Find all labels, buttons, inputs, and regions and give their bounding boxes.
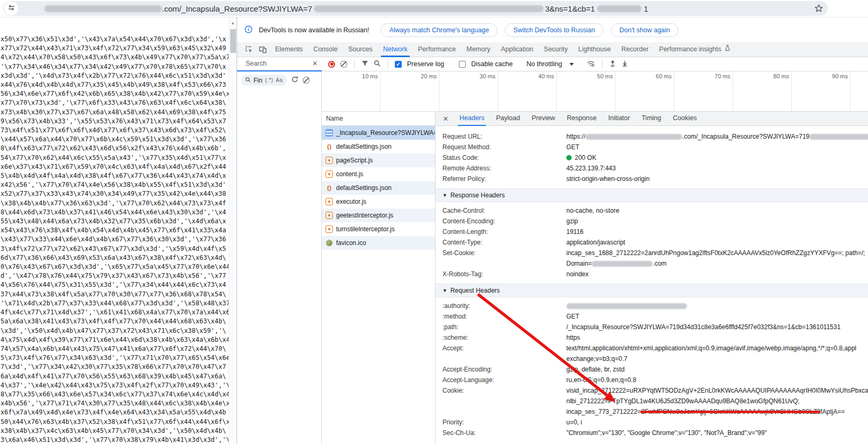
details-tab[interactable]: Payload	[490, 112, 526, 126]
table-row[interactable]: pageScript.js	[322, 153, 435, 167]
notification-button[interactable]: Don't show again	[611, 23, 679, 37]
table-row[interactable]: turnstileInterceptor.js	[322, 222, 435, 236]
code-line: \x43\x77\x33\x44\x6e\x4d\x4b\x67\x77\x36…	[1, 235, 229, 244]
tab-performance-insights[interactable]: Performance insights	[654, 42, 736, 57]
code-line: x73\x4b\x30\x77\x37\x67\x6a\x48\x58\x62\…	[1, 108, 229, 117]
devtools-tab[interactable]: Recorder	[616, 42, 654, 57]
table-row[interactable]: favicon.ico	[322, 236, 435, 250]
file-type-icon	[326, 225, 333, 233]
url-text-2: 3&ns=1&cb=1	[545, 4, 595, 13]
request-name: favicon.ico	[336, 239, 366, 247]
close-icon[interactable]: ✕	[440, 115, 451, 123]
code-line: x44\x76\x4d\x4b\x4d\x77\x35\x45\x4b\x49\…	[1, 80, 229, 89]
response-header-rows: Cache-Control:no-cache, no-store Content…	[436, 205, 868, 258]
details-tab[interactable]: Headers	[454, 112, 490, 126]
refresh-icon[interactable]	[291, 76, 299, 85]
name-column-header[interactable]: Name	[322, 112, 435, 126]
url-bar[interactable]: .com/_Incapsula_Resource?SWJIYLWA=7 3&ns…	[3, 1, 828, 16]
code-line: 54\x77\x70\x62\x44\x6c\x55\x5a\x43','\x7…	[1, 153, 229, 162]
preserve-log-checkbox[interactable]: ✓	[395, 61, 402, 68]
blurred-cb-segment	[597, 5, 641, 12]
scroll-up-icon[interactable]: ▲	[231, 21, 235, 25]
header-row: Cookie:visid_incap_2712222=uRXPYqtWT5ODz…	[436, 385, 868, 396]
clear-network-log-icon[interactable]	[340, 61, 347, 68]
table-row[interactable]: content.js	[322, 167, 435, 181]
devtools-tab[interactable]: Sources	[343, 42, 378, 57]
triangle-down-icon: ▼	[442, 284, 447, 297]
details-tab[interactable]: Timing	[636, 112, 667, 126]
clear-search-icon[interactable]	[303, 77, 310, 84]
disable-cache-checkbox[interactable]	[459, 61, 466, 68]
file-type-icon	[326, 198, 333, 205]
devtools-tab[interactable]: Network	[378, 42, 413, 57]
throttling-select[interactable]: No throttling	[527, 60, 562, 68]
code-line: 3\x6a\x46\x51\x3d\x3d','\x77\x70\x38\x79…	[1, 436, 229, 444]
set-cookie-domain-row: Domain=.com	[436, 258, 868, 269]
file-type-icon	[326, 129, 333, 137]
timeline-tick: 80 ms	[733, 71, 792, 111]
toolbar-controls: ✓ Preserve log Disable cache No throttli…	[322, 59, 628, 69]
code-line: x38\x4b\x37\x4c\x63\x4b\x45\x77\x70\x34\…	[1, 427, 229, 436]
search-input[interactable]: Fin (.*) Aa	[241, 75, 287, 86]
remote-address-row: Remote Address: 45.223.139.7:443	[436, 163, 868, 174]
export-har-icon[interactable]	[621, 60, 628, 68]
details-tab[interactable]: Initiator	[602, 112, 636, 126]
code-line: 8\x4f\x63\x77\x72\x62\x43\x6d\x56\x2f\x4…	[1, 144, 229, 153]
import-har-icon[interactable]	[609, 60, 616, 68]
timeline-ruler: 10 ms20 ms30 ms40 ms50 ms60 ms70 ms80 ms…	[322, 71, 868, 112]
x-robots-tag-row: X-Robots-Tag: noindex	[436, 269, 868, 279]
table-row[interactable]: geetestInterceptor.js	[322, 209, 435, 222]
status-green-dot	[566, 155, 572, 160]
details-tab[interactable]: Preview	[526, 112, 560, 126]
device-toolbar-icon[interactable]	[256, 43, 269, 57]
timeline-tick: 10 ms	[322, 71, 381, 111]
chevron-down-icon[interactable]	[569, 63, 574, 66]
site-settings-button[interactable]	[4, 2, 18, 15]
code-line: x6f\x7a\x49\x4d\x4e\x73\x4f\x4e\x64\x43\…	[1, 408, 229, 417]
search-drawer: Fin (.*) Aa	[237, 71, 322, 444]
devtools-tab[interactable]: Lighthouse	[573, 42, 616, 57]
devtools-tab[interactable]: Elements	[270, 42, 308, 57]
match-case-toggle[interactable]: Aa	[276, 77, 283, 83]
header-row: incap_ses_773_2712222=2FwhfPCNw3eJemYglj…	[436, 406, 868, 417]
response-headers-section[interactable]: ▼Response Headers	[436, 188, 868, 202]
status-code-row: Status Code: 200 OK	[436, 152, 868, 163]
header-row: :path:/_Incapsula_Resource?SWJIYLWA=719d…	[436, 322, 868, 332]
flask-icon	[724, 42, 731, 57]
search-drawer-tab[interactable]: Search ✕	[237, 57, 322, 71]
details-tab[interactable]: Cookies	[667, 112, 702, 126]
scrollbar-thumb[interactable]	[230, 29, 236, 53]
filter-icon[interactable]	[361, 60, 368, 68]
page-scrollbar[interactable]: ▲	[229, 17, 237, 444]
table-row[interactable]: defaultSettings.json	[322, 140, 435, 153]
code-line: 5\x4b\x4d\x4f\x4a\x4d\x38\x4f\x67\x77\x3…	[1, 171, 229, 180]
network-conditions-icon[interactable]	[586, 59, 595, 69]
search-icon[interactable]	[374, 60, 381, 68]
code-line: 8\x44\x6d\x73\x4b\x37\x41\x46\x54\x44\x6…	[1, 208, 229, 217]
notification-button[interactable]: Switch DevTools to Russian	[505, 23, 603, 37]
devtools-tab[interactable]: Application	[495, 42, 538, 57]
bookmark-star-icon[interactable]	[814, 4, 824, 15]
request-headers-section[interactable]: ▼Request Headers	[436, 284, 868, 297]
code-line: x77\x72\x44\x43\x71\x73\x4f\x72\x77\x34\…	[1, 44, 229, 53]
code-line: 5\x73\x4f\x76\x77\x34\x63\x3d','\x77\x71…	[1, 354, 229, 363]
record-network-log-button[interactable]	[328, 61, 335, 68]
devtools-tab[interactable]: Security	[539, 42, 573, 57]
regex-toggle[interactable]: (.*)	[265, 77, 273, 83]
details-tab[interactable]: Response	[561, 112, 602, 126]
header-row: Accept-Language:ru,en-US;q=0.9,en;q=0.8	[436, 375, 868, 385]
devtools-tab[interactable]: Memory	[461, 42, 495, 57]
timeline-tick: 60 ms	[616, 71, 674, 111]
devtools-tab[interactable]: Console	[308, 42, 343, 57]
table-row[interactable]: executor.js	[322, 195, 435, 209]
close-icon[interactable]: ✕	[312, 60, 318, 67]
table-row[interactable]: defaultSettings.json	[322, 181, 435, 195]
notification-button[interactable]: Always match Chrome's language	[381, 23, 498, 37]
browser-top-bar: .com/_Incapsula_Resource?SWJIYLWA=7 3&ns…	[0, 0, 868, 17]
disable-cache-label: Disable cache	[471, 60, 513, 68]
table-row[interactable]: _Incapsula_Resource?SWJIYLWA=...	[322, 126, 435, 140]
inspect-element-icon[interactable]	[242, 43, 255, 57]
devtools-tab[interactable]: Performance	[413, 42, 462, 57]
code-line: x6e\x37\x43\x71\x67\x59\x70\x4c\x63\x4f\…	[1, 162, 229, 171]
file-type-icon	[326, 184, 333, 192]
